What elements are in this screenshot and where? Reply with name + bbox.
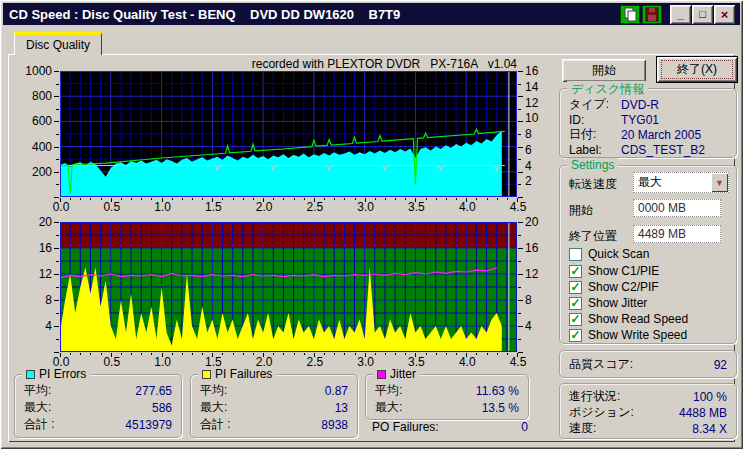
- position-label: ポジション:: [569, 404, 634, 421]
- start-position-field[interactable]: 0000 MB: [633, 199, 721, 217]
- copy-results-icon[interactable]: [620, 5, 640, 24]
- axis-tick-mark: [518, 147, 523, 148]
- axis-tick-mark: [385, 353, 386, 355]
- po-failures-label: PO Failures:: [372, 420, 439, 434]
- title-bar[interactable]: CD Speed : Disc Quality Test - BENQ DVD …: [3, 3, 740, 25]
- x-axis-tick-label: 3.5: [403, 200, 429, 214]
- exit-button[interactable]: 終了(X): [657, 57, 737, 82]
- axis-tick-mark: [518, 352, 523, 353]
- right-axis-tick-label: 12: [525, 267, 551, 281]
- pi-failures-swatch: [202, 370, 211, 379]
- axis-tick-mark: [497, 198, 498, 200]
- transfer-speed-label: 転送速度: [569, 176, 617, 193]
- axis-tick-mark: [294, 198, 295, 200]
- jitter-avg-label: 平均:: [375, 382, 402, 399]
- quality-score-group: 品質スコア: 92: [559, 350, 737, 378]
- end-position-label: 終了位置: [569, 228, 617, 245]
- jitter-title: Jitter: [390, 367, 416, 381]
- show-jitter-checkbox[interactable]: ✓: [569, 297, 582, 310]
- axis-tick-mark: [405, 353, 406, 355]
- axis-tick-mark: [222, 198, 223, 200]
- pi-errors-max-label: 最大:: [24, 399, 51, 416]
- disc-type-label: タイプ:: [569, 96, 609, 113]
- axis-tick-mark: [54, 172, 59, 173]
- axis-tick-mark: [456, 198, 457, 200]
- left-axis-tick-label: 8: [22, 293, 52, 307]
- x-axis-tick-label: 0.0: [48, 200, 74, 214]
- show-read-speed-checkbox[interactable]: ✓: [569, 313, 582, 326]
- show-c2-pif-checkbox[interactable]: ✓: [569, 281, 582, 294]
- axis-tick-mark: [446, 198, 447, 200]
- axis-tick-mark: [466, 198, 467, 202]
- left-axis-tick-label: 1000: [22, 64, 52, 78]
- axis-tick-mark: [355, 198, 356, 200]
- axis-tick-mark: [518, 134, 521, 135]
- pi-failures-total-row: 合計 : 8938: [200, 417, 348, 432]
- x-axis-tick-label: 3.0: [353, 355, 379, 369]
- axis-tick-mark: [162, 353, 163, 357]
- axis-tick-mark: [56, 235, 59, 236]
- axis-tick-mark: [518, 300, 523, 301]
- axis-tick-mark: [507, 198, 508, 200]
- transfer-speed-combobox[interactable]: 最大 ▼: [633, 172, 729, 193]
- x-axis-tick-label: 4.5: [505, 200, 531, 214]
- x-axis-tick-label: 1.0: [150, 355, 176, 369]
- start-position-value: 0000 MB: [638, 201, 686, 215]
- axis-tick-mark: [518, 235, 521, 236]
- save-icon[interactable]: [642, 5, 662, 24]
- show-write-speed-checkbox[interactable]: ✓: [569, 329, 582, 342]
- pi-errors-swatch: [26, 370, 35, 379]
- axis-tick-mark: [518, 274, 523, 275]
- right-axis-tick-label: 4: [525, 319, 551, 333]
- axis-tick-mark: [54, 352, 59, 353]
- axis-tick-mark: [182, 353, 183, 355]
- axis-tick-mark: [518, 184, 521, 185]
- axis-tick-mark: [111, 353, 112, 357]
- start-button[interactable]: 開始: [562, 59, 646, 82]
- floppy-disk-icon: [644, 7, 660, 22]
- pi-errors-total-label: 合計 :: [24, 416, 55, 433]
- jitter-legend: Jitter: [373, 367, 420, 381]
- disc-type-row: タイプ: DVD-R: [569, 97, 727, 112]
- axis-tick-mark: [56, 134, 59, 135]
- x-axis-tick-label: 2.5: [302, 355, 328, 369]
- pi-failures-legend: PI Failures: [198, 367, 276, 381]
- axis-tick-mark: [518, 326, 523, 327]
- disc-type-value: DVD-R: [621, 98, 659, 112]
- axis-tick-mark: [54, 222, 59, 223]
- end-position-field[interactable]: 4489 MB: [633, 225, 721, 243]
- close-button[interactable]: ×: [714, 5, 735, 24]
- show-c1-pie-label: Show C1/PIE: [588, 264, 659, 278]
- axis-tick-mark: [395, 198, 396, 200]
- axis-tick-mark: [518, 84, 521, 85]
- chevron-down-icon[interactable]: ▼: [711, 173, 728, 192]
- axis-tick-mark: [141, 198, 142, 200]
- axis-tick-mark: [172, 353, 173, 355]
- disc-label-row: Label: CDS_TEST_B2: [569, 142, 727, 157]
- axis-tick-mark: [192, 198, 193, 200]
- right-axis-tick-label: 4: [525, 159, 551, 173]
- axis-tick-mark: [518, 71, 523, 72]
- axis-tick-mark: [344, 353, 345, 355]
- transfer-speed-value: 最大: [634, 173, 711, 192]
- tab-disc-quality[interactable]: Disc Quality: [14, 32, 102, 55]
- x-axis-tick-label: 3.5: [403, 355, 429, 369]
- disc-id-value: TYG01: [621, 113, 659, 127]
- x-axis-tick-label: 2.5: [302, 200, 328, 214]
- minimize-button[interactable]: _: [670, 5, 691, 24]
- pi-errors-total-row: 合計 : 4513979: [24, 417, 172, 432]
- pi-errors-max-value: 586: [152, 401, 172, 415]
- x-axis-tick-label: 0.0: [48, 355, 74, 369]
- axis-tick-mark: [497, 353, 498, 355]
- disc-date-label: 日付:: [569, 126, 596, 143]
- axis-tick-mark: [101, 198, 102, 200]
- maximize-button[interactable]: □: [692, 5, 713, 24]
- speed-label: 速度:: [569, 420, 596, 437]
- left-axis-tick-label: 400: [22, 140, 52, 154]
- show-write-speed-label: Show Write Speed: [588, 328, 687, 342]
- axis-tick-mark: [446, 353, 447, 355]
- quick-scan-checkbox[interactable]: [569, 248, 582, 261]
- show-c1-pie-checkbox[interactable]: ✓: [569, 265, 582, 278]
- axis-tick-mark: [334, 198, 335, 200]
- axis-tick-mark: [54, 96, 59, 97]
